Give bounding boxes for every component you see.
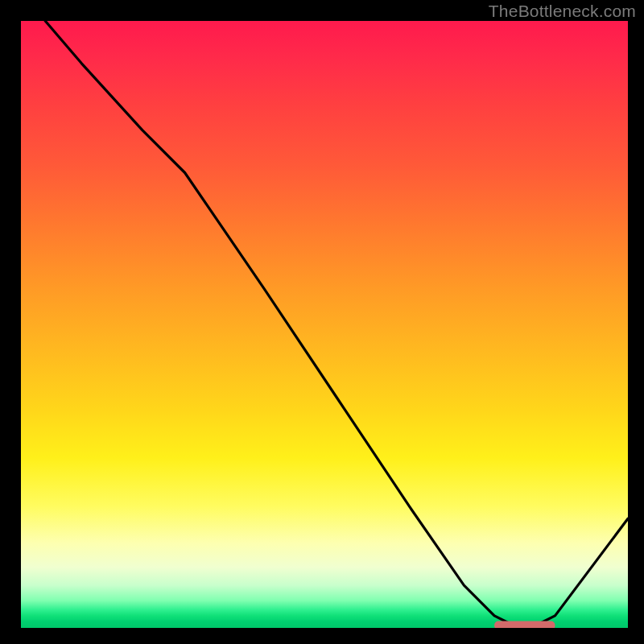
chart-frame: TheBottleneck.com — [0, 0, 644, 644]
plot-area — [21, 21, 628, 628]
optimal-marker — [494, 621, 555, 629]
watermark-text: TheBottleneck.com — [489, 2, 636, 21]
chart-overlay — [21, 21, 628, 628]
curve-line — [45, 21, 628, 625]
